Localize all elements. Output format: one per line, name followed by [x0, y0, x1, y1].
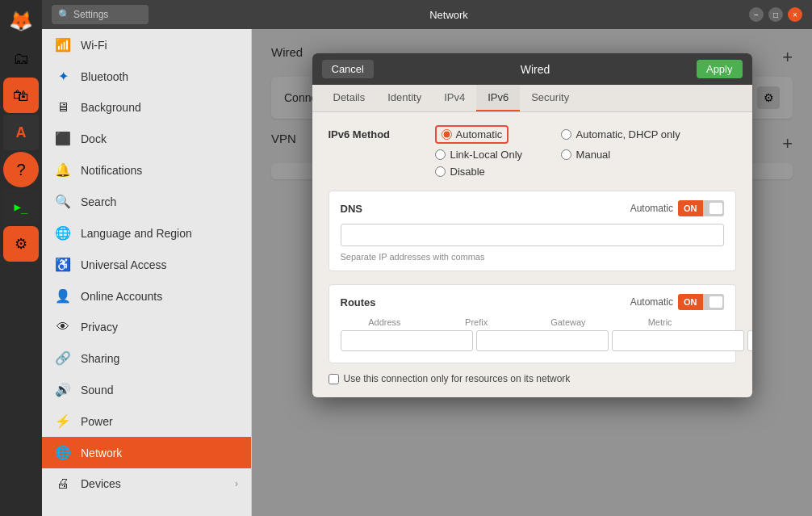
- sidebar-item-network[interactable]: 🌐 Network: [42, 437, 251, 468]
- language-icon: 🌐: [55, 225, 71, 241]
- tab-identity[interactable]: Identity: [376, 85, 433, 111]
- taskbar-terminal[interactable]: ▶_: [3, 189, 39, 224]
- dialog-tabs: Details Identity IPv4 IPv6 Security: [312, 85, 752, 112]
- bluetooth-icon: ✦: [55, 69, 71, 84]
- close-button[interactable]: ×: [788, 7, 802, 22]
- routes-gateway-input[interactable]: [612, 330, 744, 351]
- routes-prefix-input[interactable]: [476, 330, 609, 351]
- routes-toggle[interactable]: ON: [678, 293, 724, 311]
- radio-manual-input[interactable]: [561, 149, 571, 160]
- dock-icon: ⬛: [55, 131, 71, 146]
- sidebar-item-label: Network: [81, 447, 238, 459]
- tab-ipv6[interactable]: IPv6: [476, 85, 520, 111]
- topbar-controls: − □ ×: [749, 7, 802, 22]
- routes-toggle-thumb: [709, 296, 722, 308]
- sidebar-item-label: Bluetooth: [81, 70, 238, 83]
- taskbar: 🦊 🗂 🛍 A ? ▶_ ⚙: [0, 0, 42, 516]
- sidebar-item-label: Dock: [81, 132, 238, 145]
- wired-dialog: Cancel Wired Apply Details Identity IPv4…: [312, 53, 752, 397]
- radio-disable[interactable]: Disable: [435, 166, 555, 178]
- sidebar-item-background[interactable]: 🖥 Background: [42, 92, 251, 123]
- sidebar-item-label: Sharing: [81, 352, 238, 365]
- sidebar-item-language[interactable]: 🌐 Language and Region: [42, 217, 251, 249]
- radio-link-local[interactable]: Link-Local Only: [435, 149, 555, 161]
- sidebar-item-privacy[interactable]: 👁 Privacy: [42, 312, 251, 342]
- radio-automatic-label: Automatic: [456, 128, 503, 141]
- sidebar-item-bluetooth[interactable]: ✦ Bluetooth: [42, 61, 251, 92]
- taskbar-help[interactable]: ?: [3, 152, 39, 187]
- dns-toggle-on: ON: [678, 200, 703, 216]
- dialog-apply-button[interactable]: Apply: [697, 60, 743, 78]
- network-icon: 🌐: [55, 445, 71, 460]
- radio-automatic-input[interactable]: [442, 129, 452, 140]
- dns-toggle[interactable]: ON: [678, 199, 724, 217]
- sidebar-item-dock[interactable]: ⬛ Dock: [42, 123, 251, 154]
- radio-auto-dhcp[interactable]: Automatic, DHCP only: [561, 125, 680, 144]
- radio-manual[interactable]: Manual: [561, 149, 680, 161]
- col-prefix: Prefix: [432, 317, 521, 327]
- radio-automatic[interactable]: Automatic: [435, 125, 555, 144]
- sidebar-item-online-accounts[interactable]: 👤 Online Accounts: [42, 280, 251, 312]
- sound-icon: 🔊: [55, 382, 71, 397]
- routes-label: Routes: [341, 296, 630, 308]
- sidebar-item-power[interactable]: ⚡ Power: [42, 405, 251, 437]
- automatic-selected-box: Automatic: [435, 125, 509, 144]
- col-metric: Metric: [616, 317, 705, 327]
- sidebar-item-label: Notifications: [81, 164, 238, 177]
- maximize-button[interactable]: □: [768, 7, 783, 22]
- sidebar-item-devices[interactable]: 🖨 Devices ›: [42, 468, 251, 499]
- routes-col-headers: Address Prefix Gateway Metric: [341, 317, 724, 327]
- radio-link-local-input[interactable]: [435, 149, 446, 160]
- search-icon: 🔍: [58, 9, 70, 20]
- dns-toggle-thumb: [709, 203, 722, 214]
- radio-manual-label: Manual: [576, 149, 611, 161]
- routes-metric-input[interactable]: [747, 330, 752, 351]
- sidebar-item-label: Power: [81, 415, 238, 428]
- minimize-button[interactable]: −: [749, 7, 764, 22]
- dialog-cancel-button[interactable]: Cancel: [322, 60, 374, 78]
- sharing-icon: 🔗: [55, 350, 71, 366]
- ipv6-method-options: Automatic Automatic, DHCP only Link-Loc: [435, 125, 680, 178]
- sidebar-item-sound[interactable]: 🔊 Sound: [42, 374, 251, 405]
- sidebar-item-notifications[interactable]: 🔔 Notifications: [42, 154, 251, 186]
- sidebar-item-label: Background: [81, 101, 238, 114]
- sidebar-item-wifi[interactable]: 📶 Wi-Fi: [42, 29, 251, 61]
- tab-ipv4[interactable]: IPv4: [433, 85, 476, 111]
- sidebar-item-label: Sound: [81, 384, 238, 396]
- routes-header: Routes Automatic ON: [341, 293, 724, 311]
- dns-auto-label: Automatic: [630, 203, 673, 214]
- dns-input[interactable]: [341, 224, 724, 246]
- routes-row: ⊗: [341, 330, 724, 351]
- content-area: Wired + Connected ON ⚙ VPN +: [252, 29, 812, 516]
- main-area: 🔍 Settings Network − □ × 📶 Wi-Fi ✦ Bluet…: [42, 0, 812, 516]
- routes-section: Routes Automatic ON: [329, 284, 736, 363]
- tab-details[interactable]: Details: [322, 85, 377, 111]
- sidebar-item-universal-access[interactable]: ♿ Universal Access: [42, 249, 251, 280]
- sidebar-item-sharing[interactable]: 🔗 Sharing: [42, 342, 251, 374]
- ipv6-method-section: IPv6 Method Automatic: [329, 125, 736, 178]
- taskbar-store[interactable]: 🛍: [3, 78, 39, 113]
- taskbar-files[interactable]: 🗂: [3, 40, 39, 76]
- routes-auto-label: Automatic: [630, 296, 673, 308]
- radio-link-local-label: Link-Local Only: [450, 149, 523, 161]
- routes-address-input[interactable]: [341, 330, 473, 351]
- taskbar-settings[interactable]: ⚙: [3, 226, 39, 262]
- connection-only-checkbox[interactable]: [329, 374, 339, 384]
- search-settings-icon: 🔍: [55, 194, 71, 209]
- tab-security[interactable]: Security: [520, 85, 580, 111]
- sidebar-item-label: Online Accounts: [81, 290, 238, 303]
- radio-auto-dhcp-input[interactable]: [561, 129, 571, 140]
- taskbar-firefox[interactable]: 🦊: [3, 3, 39, 39]
- col-address: Address: [341, 317, 429, 327]
- dns-toggle-track: [703, 200, 724, 216]
- notifications-icon: 🔔: [55, 162, 71, 178]
- col-gateway: Gateway: [524, 317, 613, 327]
- settings-window: 📶 Wi-Fi ✦ Bluetooth 🖥 Background ⬛ Dock …: [42, 29, 812, 516]
- taskbar-text-editor[interactable]: A: [3, 115, 39, 150]
- radio-disable-input[interactable]: [435, 166, 446, 177]
- dns-label: DNS: [341, 203, 630, 215]
- sidebar-item-search[interactable]: 🔍 Search: [42, 186, 251, 217]
- routes-auto-toggle-row: Automatic ON: [630, 293, 724, 311]
- topbar-search[interactable]: 🔍 Settings: [52, 5, 149, 24]
- power-icon: ⚡: [55, 413, 71, 429]
